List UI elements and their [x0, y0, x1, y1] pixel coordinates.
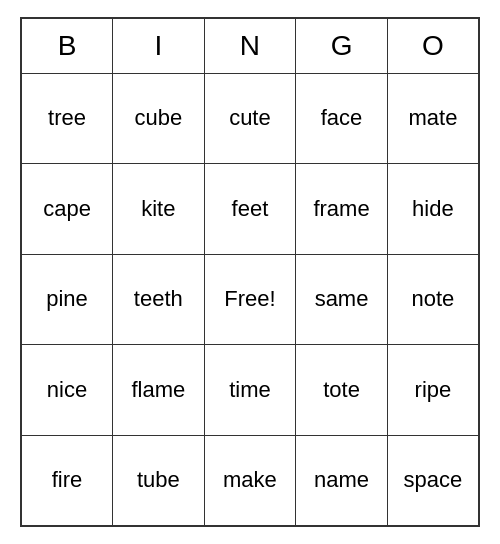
- header-row: BINGO: [21, 18, 479, 73]
- bingo-cell-4-1: tube: [113, 435, 205, 526]
- bingo-card: BINGO treecubecutefacematecapekitefeetfr…: [20, 17, 480, 527]
- bingo-cell-0-3: face: [296, 73, 388, 164]
- bingo-cell-0-1: cube: [113, 73, 205, 164]
- bingo-row-4: firetubemakenamespace: [21, 435, 479, 526]
- header-col-g: G: [296, 18, 388, 73]
- bingo-cell-3-2: time: [204, 345, 296, 436]
- bingo-cell-1-4: hide: [387, 164, 479, 255]
- bingo-cell-0-2: cute: [204, 73, 296, 164]
- bingo-cell-4-3: name: [296, 435, 388, 526]
- bingo-cell-3-1: flame: [113, 345, 205, 436]
- header-col-b: B: [21, 18, 113, 73]
- bingo-cell-2-0: pine: [21, 254, 113, 345]
- bingo-cell-2-4: note: [387, 254, 479, 345]
- bingo-row-2: pineteethFree!samenote: [21, 254, 479, 345]
- bingo-row-1: capekitefeetframehide: [21, 164, 479, 255]
- bingo-row-3: niceflametimetoteripe: [21, 345, 479, 436]
- header-col-o: O: [387, 18, 479, 73]
- bingo-cell-2-3: same: [296, 254, 388, 345]
- bingo-cell-3-3: tote: [296, 345, 388, 436]
- bingo-row-0: treecubecutefacemate: [21, 73, 479, 164]
- bingo-cell-0-0: tree: [21, 73, 113, 164]
- bingo-cell-0-4: mate: [387, 73, 479, 164]
- bingo-cell-4-2: make: [204, 435, 296, 526]
- bingo-cell-4-0: fire: [21, 435, 113, 526]
- bingo-cell-1-2: feet: [204, 164, 296, 255]
- bingo-cell-1-0: cape: [21, 164, 113, 255]
- header-col-n: N: [204, 18, 296, 73]
- bingo-cell-3-0: nice: [21, 345, 113, 436]
- bingo-cell-4-4: space: [387, 435, 479, 526]
- bingo-cell-2-1: teeth: [113, 254, 205, 345]
- bingo-cell-1-3: frame: [296, 164, 388, 255]
- bingo-cell-1-1: kite: [113, 164, 205, 255]
- header-col-i: I: [113, 18, 205, 73]
- bingo-cell-3-4: ripe: [387, 345, 479, 436]
- bingo-cell-2-2: Free!: [204, 254, 296, 345]
